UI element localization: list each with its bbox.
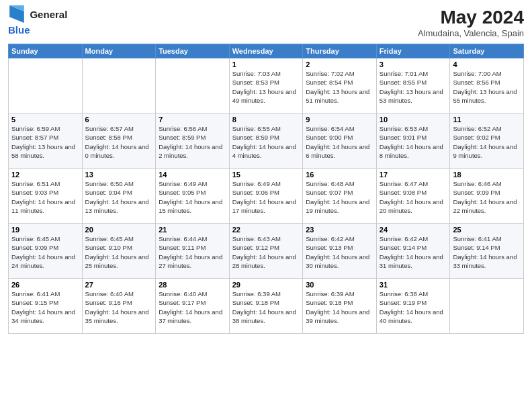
table-row: 11 Sunrise: 6:52 AMSunset: 9:02 PMDaylig…	[450, 113, 524, 169]
day-number: 22	[232, 226, 300, 234]
day-number: 14	[159, 171, 226, 179]
day-info: Sunrise: 6:41 AMSunset: 9:15 PMDaylight:…	[11, 289, 79, 325]
day-number: 3	[380, 60, 447, 68]
day-number: 6	[85, 116, 153, 124]
day-number: 23	[306, 226, 373, 234]
table-row: 8 Sunrise: 6:55 AMSunset: 8:59 PMDayligh…	[229, 113, 303, 169]
day-number: 8	[232, 116, 300, 124]
table-row: 13 Sunrise: 6:50 AMSunset: 9:04 PMDaylig…	[82, 169, 156, 224]
day-info: Sunrise: 6:42 AMSunset: 9:14 PMDaylight:…	[380, 234, 447, 270]
table-row: 9 Sunrise: 6:54 AMSunset: 9:00 PMDayligh…	[303, 113, 377, 169]
table-row: 12 Sunrise: 6:51 AMSunset: 9:03 PMDaylig…	[9, 169, 83, 224]
calendar-week-row: 12 Sunrise: 6:51 AMSunset: 9:03 PMDaylig…	[9, 169, 524, 224]
table-row: 19 Sunrise: 6:45 AMSunset: 9:09 PMDaylig…	[9, 224, 83, 279]
table-row: 17 Sunrise: 6:47 AMSunset: 9:08 PMDaylig…	[376, 169, 450, 224]
day-number: 30	[306, 281, 373, 289]
day-info: Sunrise: 6:54 AMSunset: 9:00 PMDaylight:…	[306, 124, 373, 160]
table-row: 29 Sunrise: 6:39 AMSunset: 9:18 PMDaylig…	[229, 279, 303, 334]
table-row: 3 Sunrise: 7:01 AMSunset: 8:55 PMDayligh…	[376, 58, 450, 113]
table-row: 7 Sunrise: 6:56 AMSunset: 8:59 PMDayligh…	[156, 113, 230, 169]
day-info: Sunrise: 7:02 AMSunset: 8:54 PMDaylight:…	[306, 69, 373, 105]
day-number: 31	[380, 281, 447, 289]
day-number: 1	[232, 60, 300, 68]
table-row: 14 Sunrise: 6:49 AMSunset: 9:05 PMDaylig…	[156, 169, 230, 224]
col-friday: Friday	[376, 44, 450, 58]
title-block: May 2024 Almudaina, Valencia, Spain	[418, 7, 524, 38]
day-info: Sunrise: 6:49 AMSunset: 9:06 PMDaylight:…	[232, 179, 300, 215]
day-number: 9	[306, 116, 373, 124]
table-row: 21 Sunrise: 6:44 AMSunset: 9:11 PMDaylig…	[156, 224, 230, 279]
day-number: 21	[159, 226, 226, 234]
day-number: 11	[453, 116, 521, 124]
table-row: 27 Sunrise: 6:40 AMSunset: 9:16 PMDaylig…	[82, 279, 156, 334]
day-number: 4	[453, 60, 521, 68]
day-number: 12	[11, 171, 79, 179]
day-number: 15	[232, 171, 300, 179]
day-number: 7	[159, 116, 226, 124]
logo-icon	[9, 5, 24, 23]
day-info: Sunrise: 6:45 AMSunset: 9:10 PMDaylight:…	[85, 234, 153, 270]
day-info: Sunrise: 6:41 AMSunset: 9:14 PMDaylight:…	[453, 234, 521, 270]
calendar-week-row: 1 Sunrise: 7:03 AMSunset: 8:53 PMDayligh…	[9, 58, 524, 113]
day-info: Sunrise: 6:57 AMSunset: 8:58 PMDaylight:…	[85, 124, 153, 160]
day-info: Sunrise: 6:42 AMSunset: 9:13 PMDaylight:…	[306, 234, 373, 270]
calendar-week-row: 5 Sunrise: 6:59 AMSunset: 8:57 PMDayligh…	[9, 113, 524, 169]
table-row: 30 Sunrise: 6:39 AMSunset: 9:18 PMDaylig…	[303, 279, 377, 334]
day-number: 17	[380, 171, 447, 179]
day-info: Sunrise: 6:38 AMSunset: 9:19 PMDaylight:…	[380, 289, 447, 325]
day-number: 20	[85, 226, 153, 234]
day-info: Sunrise: 6:40 AMSunset: 9:16 PMDaylight:…	[85, 289, 153, 325]
table-row	[450, 279, 524, 334]
table-row: 20 Sunrise: 6:45 AMSunset: 9:10 PMDaylig…	[82, 224, 156, 279]
col-thursday: Thursday	[303, 44, 377, 58]
day-info: Sunrise: 6:47 AMSunset: 9:08 PMDaylight:…	[380, 179, 447, 215]
calendar-table: Sunday Monday Tuesday Wednesday Thursday…	[8, 44, 524, 334]
day-number: 10	[380, 116, 447, 124]
day-info: Sunrise: 6:46 AMSunset: 9:09 PMDaylight:…	[453, 179, 521, 215]
day-number: 16	[306, 171, 373, 179]
day-info: Sunrise: 6:50 AMSunset: 9:04 PMDaylight:…	[85, 179, 153, 215]
page: GeneralBlue May 2024 Almudaina, Valencia…	[0, 0, 532, 411]
col-tuesday: Tuesday	[156, 44, 230, 58]
day-info: Sunrise: 6:40 AMSunset: 9:17 PMDaylight:…	[159, 289, 226, 325]
day-info: Sunrise: 6:53 AMSunset: 9:01 PMDaylight:…	[380, 124, 447, 160]
day-number: 13	[85, 171, 153, 179]
table-row: 10 Sunrise: 6:53 AMSunset: 9:01 PMDaylig…	[376, 113, 450, 169]
day-number: 28	[159, 281, 226, 289]
table-row: 1 Sunrise: 7:03 AMSunset: 8:53 PMDayligh…	[229, 58, 303, 113]
location: Almudaina, Valencia, Spain	[418, 28, 524, 38]
table-row	[156, 58, 230, 113]
day-number: 29	[232, 281, 300, 289]
day-number: 25	[453, 226, 521, 234]
table-row: 31 Sunrise: 6:38 AMSunset: 9:19 PMDaylig…	[376, 279, 450, 334]
col-sunday: Sunday	[9, 44, 83, 58]
table-row: 24 Sunrise: 6:42 AMSunset: 9:14 PMDaylig…	[376, 224, 450, 279]
col-saturday: Saturday	[450, 44, 524, 58]
month-year: May 2024	[418, 7, 524, 28]
table-row	[82, 58, 156, 113]
day-info: Sunrise: 6:39 AMSunset: 9:18 PMDaylight:…	[232, 289, 300, 325]
table-row: 18 Sunrise: 6:46 AMSunset: 9:09 PMDaylig…	[450, 169, 524, 224]
day-info: Sunrise: 6:52 AMSunset: 9:02 PMDaylight:…	[453, 124, 521, 160]
table-row: 28 Sunrise: 6:40 AMSunset: 9:17 PMDaylig…	[156, 279, 230, 334]
day-info: Sunrise: 6:44 AMSunset: 9:11 PMDaylight:…	[159, 234, 226, 270]
col-monday: Monday	[82, 44, 156, 58]
table-row: 5 Sunrise: 6:59 AMSunset: 8:57 PMDayligh…	[9, 113, 83, 169]
day-info: Sunrise: 6:49 AMSunset: 9:05 PMDaylight:…	[159, 179, 226, 215]
header: GeneralBlue May 2024 Almudaina, Valencia…	[8, 7, 524, 38]
day-info: Sunrise: 7:03 AMSunset: 8:53 PMDaylight:…	[232, 69, 300, 105]
day-info: Sunrise: 7:00 AMSunset: 8:56 PMDaylight:…	[453, 69, 521, 105]
logo: GeneralBlue	[8, 7, 67, 36]
day-number: 26	[11, 281, 79, 289]
calendar-week-row: 26 Sunrise: 6:41 AMSunset: 9:15 PMDaylig…	[9, 279, 524, 334]
day-info: Sunrise: 6:39 AMSunset: 9:18 PMDaylight:…	[306, 289, 373, 325]
day-info: Sunrise: 6:48 AMSunset: 9:07 PMDaylight:…	[306, 179, 373, 215]
table-row: 23 Sunrise: 6:42 AMSunset: 9:13 PMDaylig…	[303, 224, 377, 279]
day-number: 27	[85, 281, 153, 289]
day-number: 2	[306, 60, 373, 68]
day-number: 19	[11, 226, 79, 234]
calendar-header-row: Sunday Monday Tuesday Wednesday Thursday…	[9, 44, 524, 58]
table-row: 4 Sunrise: 7:00 AMSunset: 8:56 PMDayligh…	[450, 58, 524, 113]
table-row: 2 Sunrise: 7:02 AMSunset: 8:54 PMDayligh…	[303, 58, 377, 113]
col-wednesday: Wednesday	[229, 44, 303, 58]
